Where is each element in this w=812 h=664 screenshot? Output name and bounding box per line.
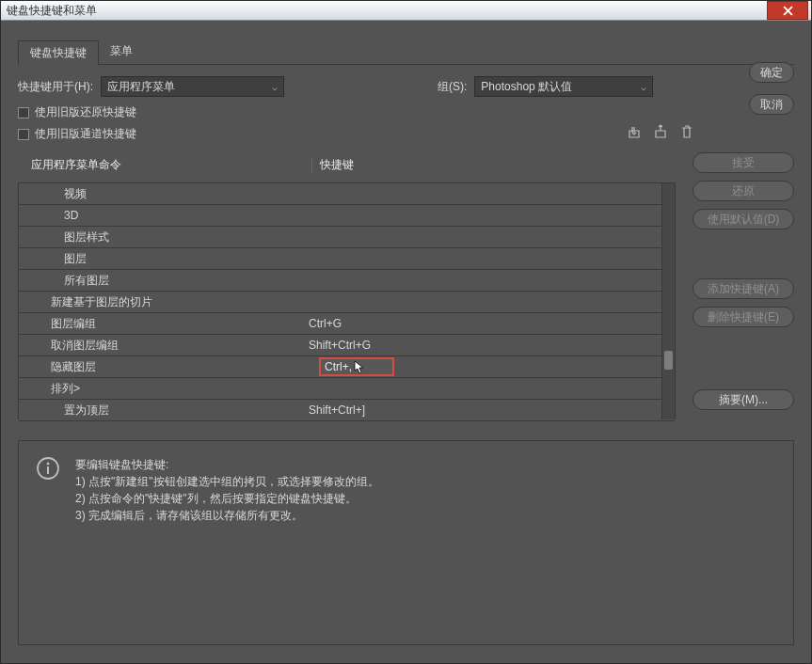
chevron-down-icon: ⌵ [272,82,278,92]
cancel-button[interactable]: 取消 [749,94,794,115]
command-cell: 图层 [19,251,301,267]
shortcuts-for-select[interactable]: 应用程序菜单 ⌵ [101,76,284,97]
column-shortcut: 快捷键 [311,157,672,173]
table-row[interactable]: 图层 [19,248,675,270]
undo-button[interactable]: 还原 [693,181,794,201]
command-cell: 所有图层 [19,273,301,289]
table-row[interactable]: 视频 [19,183,675,205]
add-shortcut-button[interactable]: 添加快捷键(A) [693,278,794,299]
group-value: Photoshop 默认值 [481,79,572,95]
summary-button[interactable]: 摘要(M)... [693,389,794,410]
close-icon [783,6,793,16]
command-cell: 排列> [19,381,301,397]
use-old-restore-checkbox[interactable] [18,107,29,119]
use-old-channel-label: 使用旧版通道快捷键 [35,126,136,142]
delete-set-icon[interactable] [679,124,694,139]
tab-keyboard-shortcuts[interactable]: 键盘快捷键 [18,40,99,65]
table-row[interactable]: 所有图层 [19,270,675,292]
delete-shortcut-button[interactable]: 删除快捷键(E) [693,307,794,327]
command-cell: 3D [19,209,301,222]
info-panel: 要编辑键盘快捷键: 1) 点按"新建组"按钮创建选中组的拷贝，或选择要修改的组。… [18,440,794,645]
table-row[interactable]: 排列> [19,378,675,400]
svg-rect-2 [47,466,49,474]
command-cell: 新建基于图层的切片 [19,294,301,310]
group-select[interactable]: Photoshop 默认值 ⌵ [474,76,653,97]
scrollbar-thumb[interactable] [664,351,673,370]
new-set-icon[interactable] [653,124,668,139]
save-set-icon[interactable] [627,124,642,139]
table-row[interactable]: 图层编组Ctrl+G [19,313,675,335]
dialog-content: 确定 取消 键盘快捷键 菜单 快捷键用于(H): 应用程序菜单 ⌵ 组(S): … [1,21,811,664]
info-icon [36,456,60,481]
info-title: 要编辑键盘快捷键: [75,456,379,473]
titlebar: 键盘快捷键和菜单 [1,1,811,21]
column-command: 应用程序菜单命令 [29,157,311,173]
info-line-1: 1) 点按"新建组"按钮创建选中组的拷贝，或选择要修改的组。 [75,473,379,490]
shortcut-cell[interactable]: Shift+Ctrl+G [301,339,675,352]
shortcut-edit-value: Ctrl+, [325,360,352,373]
tabs: 键盘快捷键 菜单 [18,40,794,65]
command-cell: 视频 [19,186,301,202]
table-row[interactable]: 置为顶层Shift+Ctrl+] [19,400,675,421]
command-cell: 图层编组 [19,316,301,332]
table-row[interactable]: 取消图层编组Shift+Ctrl+G [19,335,675,356]
info-line-3: 3) 完成编辑后，请存储该组以存储所有更改。 [75,507,379,524]
table-row[interactable]: 3D [19,205,675,227]
window-title: 键盘快捷键和菜单 [7,3,97,19]
group-label: 组(S): [438,79,467,95]
ok-button[interactable]: 确定 [749,62,794,83]
use-default-button[interactable]: 使用默认值(D) [693,209,794,229]
dialog-window: 键盘快捷键和菜单 确定 取消 键盘快捷键 菜单 快捷键用于(H): 应用程序菜单… [0,0,812,664]
shortcuts-for-label: 快捷键用于(H): [18,79,93,95]
use-old-channel-checkbox[interactable] [18,129,29,140]
shortcuts-for-value: 应用程序菜单 [107,79,175,95]
toolbar-icons [627,124,694,139]
accept-button[interactable]: 接受 [693,152,794,173]
table-row[interactable]: 新建基于图层的切片 [19,292,675,313]
command-cell: 图层样式 [19,229,301,245]
shortcuts-list: 应用程序菜单命令 快捷键 视频3D图层样式图层所有图层新建基于图层的切片图层编组… [18,150,676,419]
close-button[interactable] [767,1,808,20]
cursor-icon [354,360,367,378]
svg-point-1 [47,463,50,466]
shortcut-cell[interactable]: Ctrl+G [301,317,675,330]
table-row[interactable]: 图层样式 [19,227,675,248]
chevron-down-icon: ⌵ [641,82,646,92]
tab-menus[interactable]: 菜单 [99,40,144,64]
command-cell: 隐藏图层 [19,359,301,375]
command-cell: 置为顶层 [19,403,301,419]
shortcut-cell[interactable]: Shift+Ctrl+] [301,403,675,417]
use-old-restore-label: 使用旧版还原快捷键 [35,104,136,120]
command-cell: 取消图层编组 [19,338,301,354]
scrollbar[interactable] [661,183,675,419]
info-line-2: 2) 点按命令的"快捷键"列，然后按要指定的键盘快捷键。 [75,490,379,507]
